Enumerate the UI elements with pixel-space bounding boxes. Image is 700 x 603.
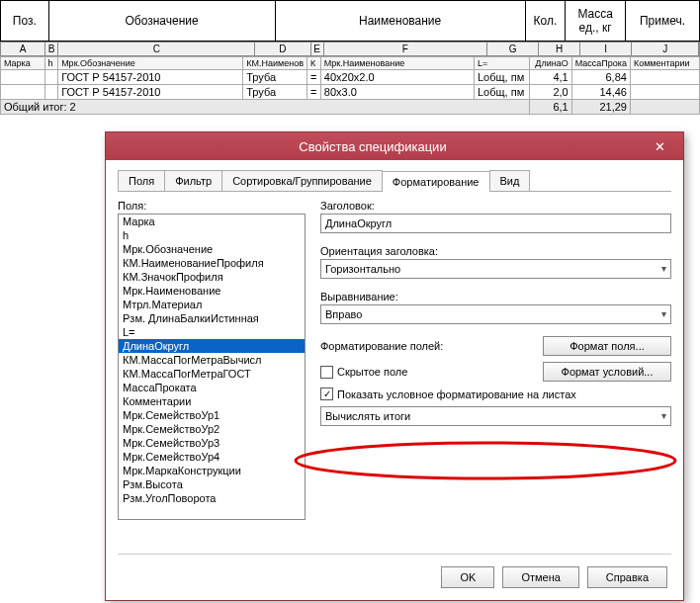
col-letter: G — [487, 43, 540, 55]
list-item[interactable]: Мрк.СемействоУр3 — [119, 436, 305, 450]
heading-label: Заголовок: — [320, 200, 671, 212]
list-item[interactable]: КМ.МассаПогМетраВычисл — [119, 353, 305, 367]
tab-bar: ПоляФильтрСортировка/ГруппированиеФормат… — [118, 170, 671, 192]
checkbox-box-icon — [320, 366, 333, 379]
grid-cell: h — [44, 57, 58, 70]
grid-cell: 4,1 — [529, 70, 571, 85]
list-item[interactable]: КМ.МассаПогМетраГОСТ — [119, 367, 305, 381]
orientation-select[interactable]: Горизонтально — [320, 259, 671, 279]
grid-cell: Lобщ, пм — [475, 85, 530, 100]
header-cell: Кол. — [525, 1, 566, 42]
list-item[interactable]: Рзм.Высота — [119, 477, 305, 491]
spec-header-table: Поз.ОбозначениеНаименованиеКол.Масса ед.… — [0, 0, 700, 42]
tab-4[interactable]: Вид — [489, 170, 531, 191]
grid-cell: = — [306, 70, 320, 85]
list-item[interactable]: МассаПроката — [119, 381, 305, 394]
cancel-button[interactable]: Отмена — [502, 566, 578, 588]
list-item[interactable]: ДлинаОкругл — [119, 339, 305, 353]
tab-0[interactable]: Поля — [118, 170, 165, 191]
col-letter: D — [255, 43, 310, 55]
col-letter: A — [1, 43, 45, 55]
grid-cell: Труба — [243, 85, 307, 100]
grid-cell: ГОСТ Р 54157-2010 — [58, 85, 243, 100]
col-letter: B — [45, 43, 58, 55]
grid-cell: 14,46 — [571, 85, 630, 100]
grid-cell: ДлинаО — [529, 57, 571, 70]
header-cell: Примеч. — [626, 1, 700, 42]
col-letter: E — [311, 43, 324, 55]
tab-2[interactable]: Сортировка/Группирование — [221, 170, 383, 191]
header-cell: Масса ед., кг — [566, 1, 626, 42]
col-letter: I — [580, 43, 633, 55]
grid-cell: Труба — [243, 70, 307, 85]
grid-cell: L= — [475, 57, 530, 70]
grid-cell: = — [306, 85, 320, 100]
grid-cell: Марка — [1, 57, 45, 70]
grid-cell: ГОСТ Р 54157-2010 — [58, 70, 243, 85]
grid-cell — [1, 85, 45, 100]
footer-separator — [118, 554, 671, 555]
grid-cell: Мрк.Обозначение — [58, 57, 243, 70]
annotation-circle — [291, 439, 681, 482]
calc-totals-select[interactable]: Вычислять итоги — [320, 406, 671, 426]
hidden-field-checkbox[interactable]: Скрытое поле — [320, 366, 535, 379]
fields-label: Поля: — [118, 200, 306, 212]
list-item[interactable]: Рзм.УголПоворота — [119, 491, 305, 505]
list-item[interactable]: Мрк.СемействоУр4 — [119, 450, 305, 464]
data-grid: МаркаhМрк.ОбозначениеКМ.НаименовКМрк.Наи… — [0, 56, 700, 115]
tab-3[interactable]: Форматирование — [382, 171, 490, 192]
list-item[interactable]: КМ.НаименованиеПрофиля — [119, 256, 305, 270]
tab-1[interactable]: Фильтр — [164, 170, 222, 191]
total-label: Общий итог: 2 — [1, 100, 530, 115]
header-cell: Поз. — [1, 1, 49, 42]
cond-format-button[interactable]: Формат условий... — [543, 362, 671, 382]
list-item[interactable]: Мтрл.Материал — [119, 298, 305, 311]
fmtfields-label: Форматирование полей: — [320, 340, 535, 352]
list-item[interactable]: h — [119, 228, 305, 242]
grid-cell: 40x20x2.0 — [320, 70, 474, 85]
grid-cell: 6,84 — [571, 70, 630, 85]
list-item[interactable]: Мрк.СемействоУр1 — [119, 408, 305, 422]
heading-input[interactable]: ДлинаОкругл — [320, 214, 671, 233]
list-item[interactable]: КМ.ЗначокПрофиля — [119, 270, 305, 284]
list-item[interactable]: L= — [119, 325, 305, 339]
list-item[interactable]: Мрк.Обозначение — [119, 242, 305, 256]
total-cell: 21,29 — [571, 100, 630, 115]
svg-point-0 — [296, 443, 675, 478]
grid-cell: Комментарии — [630, 57, 699, 70]
col-letter: H — [539, 43, 579, 55]
grid-cell — [1, 70, 45, 85]
list-item[interactable]: Марка — [119, 215, 305, 228]
grid-cell — [44, 70, 58, 85]
list-item[interactable]: Мрк.МаркаКонструкции — [119, 464, 305, 477]
properties-dialog: Свойства спецификации ✕ ПоляФильтрСортир… — [105, 131, 684, 601]
checkbox-box-icon: ✓ — [320, 388, 333, 400]
help-button[interactable]: Справка — [587, 566, 667, 588]
grid-cell: Мрк.Наименование — [320, 57, 474, 70]
close-icon[interactable]: ✕ — [640, 136, 679, 156]
ok-button[interactable]: OK — [441, 566, 494, 588]
dialog-title: Свойства спецификации — [106, 139, 640, 154]
col-letter: F — [324, 43, 487, 55]
list-item[interactable]: Рзм. ДлинаБалкиИстинная — [119, 311, 305, 325]
total-cell — [630, 100, 699, 115]
col-letter: J — [632, 43, 699, 55]
list-item[interactable]: Мрк.СемействоУр2 — [119, 422, 305, 436]
list-item[interactable]: Мрк.Наименование — [119, 284, 305, 298]
list-item[interactable]: Комментарии — [119, 394, 305, 408]
fields-listbox[interactable]: МаркаhМрк.ОбозначениеКМ.НаименованиеПроф… — [118, 214, 306, 520]
alignment-select[interactable]: Вправо — [320, 304, 671, 324]
grid-cell: 2,0 — [529, 85, 571, 100]
grid-cell: К — [306, 57, 320, 70]
total-cell: 6,1 — [529, 100, 571, 115]
grid-cell — [44, 85, 58, 100]
show-cond-checkbox[interactable]: ✓ Показать условное форматирование на ли… — [320, 388, 576, 400]
col-letter: C — [58, 43, 255, 55]
grid-cell: 80x3.0 — [320, 85, 474, 100]
header-cell: Обозначение — [48, 1, 275, 42]
grid-cell — [630, 70, 699, 85]
hidden-field-label: Скрытое поле — [337, 366, 407, 378]
orientation-label: Ориентация заголовка: — [320, 245, 671, 257]
grid-cell: КМ.Наименов — [243, 57, 307, 70]
field-format-button[interactable]: Формат поля... — [543, 336, 671, 356]
